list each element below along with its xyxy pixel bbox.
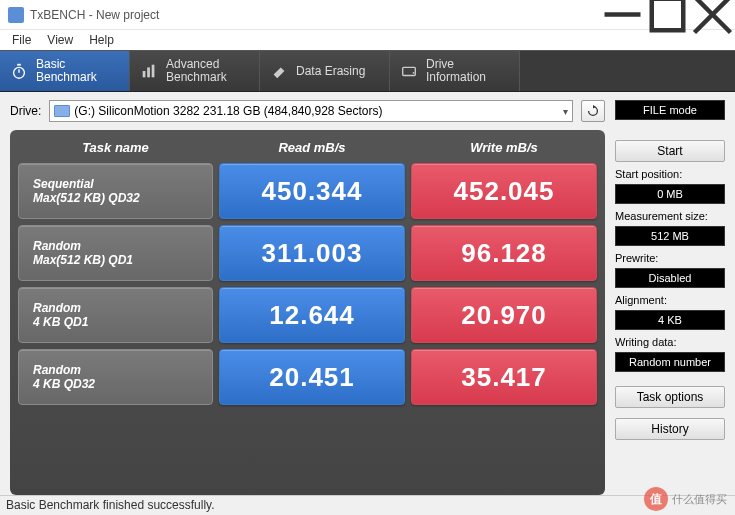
svg-rect-6	[17, 64, 21, 66]
read-value: 20.451	[219, 349, 405, 405]
task-sub: Max(512 KB) QD32	[33, 191, 212, 205]
minimize-button[interactable]	[600, 0, 645, 30]
statusbar: Basic Benchmark finished successfully.	[0, 495, 735, 515]
svg-rect-9	[152, 65, 155, 78]
window-title: TxBENCH - New project	[30, 8, 600, 22]
svg-point-4	[14, 67, 25, 78]
measurement-size-label: Measurement size:	[615, 210, 725, 222]
stopwatch-icon	[10, 62, 28, 80]
drive-value: (G:) SiliconMotion 3282 231.18 GB (484,8…	[74, 104, 382, 118]
header-write: Write mB/s	[411, 138, 597, 157]
writing-data-value[interactable]: Random number	[615, 352, 725, 372]
close-button[interactable]	[690, 0, 735, 30]
write-value: 20.970	[411, 287, 597, 343]
start-button[interactable]: Start	[615, 140, 725, 162]
task-cell[interactable]: Random 4 KB QD32	[18, 349, 213, 405]
file-mode-button[interactable]: FILE mode	[615, 100, 725, 120]
write-value: 35.417	[411, 349, 597, 405]
results-panel: Task name Read mB/s Write mB/s Sequentia…	[10, 130, 605, 495]
tab-basic-benchmark[interactable]: Basic Benchmark	[0, 51, 130, 91]
task-name: Random	[33, 239, 212, 253]
write-value: 96.128	[411, 225, 597, 281]
tab-label: Data Erasing	[296, 64, 365, 78]
task-name: Sequential	[33, 177, 212, 191]
header-task: Task name	[18, 138, 213, 157]
header-read: Read mB/s	[219, 138, 405, 157]
menu-view[interactable]: View	[39, 31, 81, 49]
svg-rect-1	[652, 0, 684, 30]
read-value: 12.644	[219, 287, 405, 343]
result-row: Sequential Max(512 KB) QD32 450.344 452.…	[18, 163, 597, 219]
maximize-button[interactable]	[645, 0, 690, 30]
refresh-button[interactable]	[581, 100, 605, 122]
bars-icon	[140, 62, 158, 80]
chevron-down-icon: ▾	[563, 106, 568, 117]
left-panel: Drive: (G:) SiliconMotion 3282 231.18 GB…	[10, 100, 605, 495]
tab-data-erasing[interactable]: Data Erasing	[260, 51, 390, 91]
tab-label: Basic Benchmark	[36, 58, 97, 84]
svg-rect-7	[143, 71, 146, 77]
measurement-size-value[interactable]: 512 MB	[615, 226, 725, 246]
task-name: Random	[33, 363, 212, 377]
watermark-text: 什么值得买	[672, 492, 727, 507]
tabstrip: Basic Benchmark Advanced Benchmark Data …	[0, 50, 735, 92]
task-cell[interactable]: Random Max(512 KB) QD1	[18, 225, 213, 281]
tab-label: Drive Information	[426, 58, 486, 84]
task-cell[interactable]: Random 4 KB QD1	[18, 287, 213, 343]
task-sub: 4 KB QD32	[33, 377, 212, 391]
drive-select[interactable]: (G:) SiliconMotion 3282 231.18 GB (484,8…	[49, 100, 573, 122]
writing-data-label: Writing data:	[615, 336, 725, 348]
results-header: Task name Read mB/s Write mB/s	[18, 138, 597, 157]
result-row: Random 4 KB QD1 12.644 20.970	[18, 287, 597, 343]
svg-rect-8	[147, 67, 150, 77]
app-icon	[8, 7, 24, 23]
titlebar: TxBENCH - New project	[0, 0, 735, 30]
prewrite-value[interactable]: Disabled	[615, 268, 725, 288]
result-row: Random Max(512 KB) QD1 311.003 96.128	[18, 225, 597, 281]
result-row: Random 4 KB QD32 20.451 35.417	[18, 349, 597, 405]
watermark: 值 什么值得买	[644, 487, 727, 511]
prewrite-label: Prewrite:	[615, 252, 725, 264]
read-value: 311.003	[219, 225, 405, 281]
task-cell[interactable]: Sequential Max(512 KB) QD32	[18, 163, 213, 219]
disk-icon	[54, 105, 70, 117]
watermark-logo-icon: 值	[644, 487, 668, 511]
alignment-value[interactable]: 4 KB	[615, 310, 725, 330]
tab-label: Advanced Benchmark	[166, 58, 227, 84]
erase-icon	[270, 62, 288, 80]
read-value: 450.344	[219, 163, 405, 219]
tab-drive-information[interactable]: Drive Information	[390, 51, 520, 91]
write-value: 452.045	[411, 163, 597, 219]
svg-point-11	[413, 72, 415, 74]
task-options-button[interactable]: Task options	[615, 386, 725, 408]
task-name: Random	[33, 301, 212, 315]
tab-advanced-benchmark[interactable]: Advanced Benchmark	[130, 51, 260, 91]
task-sub: Max(512 KB) QD1	[33, 253, 212, 267]
history-button[interactable]: History	[615, 418, 725, 440]
menu-file[interactable]: File	[4, 31, 39, 49]
menu-help[interactable]: Help	[81, 31, 122, 49]
sidebar: FILE mode Start Start position: 0 MB Mea…	[615, 100, 725, 495]
start-position-value[interactable]: 0 MB	[615, 184, 725, 204]
svg-rect-10	[403, 67, 416, 75]
start-position-label: Start position:	[615, 168, 725, 180]
status-text: Basic Benchmark finished successfully.	[6, 498, 215, 512]
content: Drive: (G:) SiliconMotion 3282 231.18 GB…	[0, 92, 735, 495]
drive-label: Drive:	[10, 104, 41, 118]
drive-row: Drive: (G:) SiliconMotion 3282 231.18 GB…	[10, 100, 605, 122]
drive-icon	[400, 62, 418, 80]
task-sub: 4 KB QD1	[33, 315, 212, 329]
alignment-label: Alignment:	[615, 294, 725, 306]
